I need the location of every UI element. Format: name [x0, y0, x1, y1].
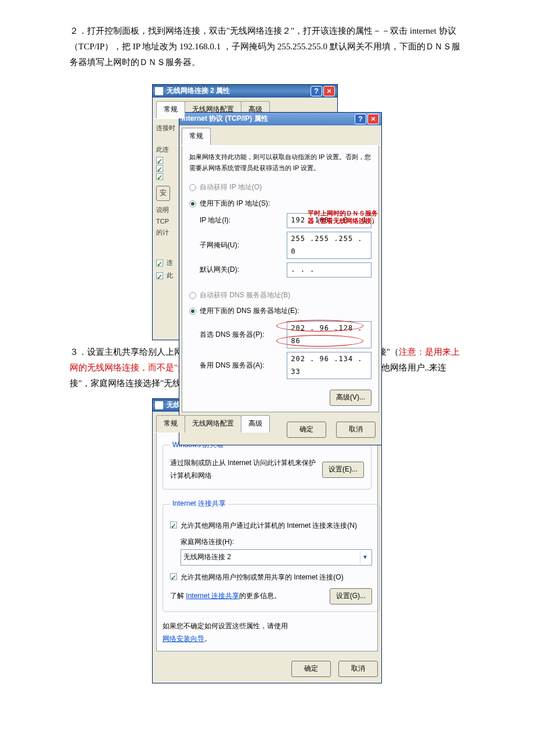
ics-allow-check[interactable]	[170, 521, 177, 528]
ok-button[interactable]: 确定	[287, 422, 326, 438]
tab-advanced[interactable]: 高级	[241, 415, 270, 433]
close-icon[interactable]: ×	[323, 86, 335, 96]
network-wizard-link[interactable]: 网络安装向导	[163, 635, 204, 643]
outer-check[interactable]	[156, 272, 163, 279]
outer-check[interactable]	[156, 173, 163, 180]
dns2-label: 备用 DNS 服务器(A):	[200, 359, 287, 372]
mask-input[interactable]: 255 .255 .255 . 0	[287, 232, 371, 259]
tab-general[interactable]: 常规	[182, 128, 211, 145]
radio-auto-dns-label: 自动获得 DNS 服务器地址(B)	[200, 289, 290, 302]
outer-check[interactable]	[156, 157, 163, 164]
ics-settings-button[interactable]: 设置(G)...	[330, 588, 372, 604]
ok-button[interactable]: 确定	[291, 661, 331, 677]
ics-home-dropdown[interactable]: 无线网络连接 2 ▾	[181, 549, 372, 566]
outer-check-label: 此	[167, 270, 173, 282]
gateway-input[interactable]: . . .	[287, 262, 371, 278]
ip-label: IP 地址(I):	[200, 214, 287, 227]
outer-check[interactable]	[156, 260, 163, 267]
cancel-button[interactable]: 取消	[338, 661, 378, 677]
radio-auto-dns	[189, 292, 196, 299]
chevron-down-icon: ▾	[360, 551, 369, 564]
dns2-input[interactable]: 202 . 96 .134 . 33	[287, 352, 371, 379]
firewall-settings-button[interactable]: 设置(E)...	[322, 462, 364, 478]
ics-legend: Internet 连接共享	[170, 498, 228, 510]
help-icon[interactable]: ?	[311, 86, 322, 96]
outer-title: 无线网络连接 2 属性	[167, 85, 230, 98]
radio-auto-ip-label: 自动获得 IP 地址(O)	[200, 181, 262, 194]
window-icon	[155, 87, 163, 95]
inner-title: Internet 协议 (TCP/IP) 属性	[182, 113, 268, 125]
outer-install-button[interactable]: 安	[156, 186, 170, 201]
tab-wireless-config[interactable]: 无线网络配置	[185, 415, 241, 433]
wizard-hint: 如果您不确定如何设置这些属性，请使用 网络安装向导。	[163, 620, 371, 645]
tab-general[interactable]: 常规	[156, 101, 185, 118]
ics-control-check[interactable]	[170, 573, 177, 580]
radio-use-ip[interactable]	[189, 200, 196, 207]
radio-auto-ip[interactable]	[189, 184, 196, 191]
ics-link[interactable]: Internet 连接共享	[186, 592, 239, 600]
firewall-text: 通过限制或防止从 Internet 访问此计算机来保护计算机和网络	[170, 457, 316, 482]
ics-home-value: 无线网络连接 2	[183, 551, 360, 564]
ics-control-label: 允许其他网络用户控制或禁用共享的 Internet 连接(O)	[181, 571, 372, 584]
close-icon[interactable]: ×	[367, 114, 379, 124]
dns-annotation: 平时上网时的ＤＮＳ服务 器（查看无线网络连接）	[308, 210, 378, 225]
advanced-button[interactable]: 高级(V)...	[330, 390, 371, 406]
tab-general[interactable]: 常规	[156, 415, 185, 433]
outer-check[interactable]	[156, 165, 163, 172]
firewall-group: Windows 防火墙 通过限制或防止从 Internet 访问此计算机来保护计…	[163, 439, 371, 490]
screenshot-tcpip-properties: 无线网络连接 2 属性 ? × 常规 无线网络配置 高级 连接时 此连 安 说明…	[152, 77, 382, 333]
ics-home-label: 家庭网络连接(H):	[181, 536, 372, 549]
radio-use-dns-label: 使用下面的 DNS 服务器地址(E):	[200, 305, 299, 318]
outer-check-label: 连	[167, 257, 173, 269]
dns1-input[interactable]: 202 . 96 .128 . 86	[287, 321, 371, 348]
ics-info-text: 了解 Internet 连接共享的更多信息。	[170, 590, 324, 603]
dns1-label: 首选 DNS 服务器(P):	[200, 329, 287, 341]
ics-group: Internet 连接共享 允许其他网络用户通过此计算机的 Internet 连…	[163, 498, 380, 612]
outer-titlebar: 无线网络连接 2 属性 ? ×	[153, 85, 337, 98]
radio-use-ip-label: 使用下面的 IP 地址(S):	[200, 197, 270, 210]
cancel-button[interactable]: 取消	[336, 422, 376, 438]
paragraph-2: ２．打开控制面板，找到网络连接，双击"无线网络连接２"，打开该连接的属性－－双击…	[70, 23, 464, 70]
help-icon[interactable]: ?	[355, 114, 366, 124]
inner-titlebar: Internet 协议 (TCP/IP) 属性 ? ×	[179, 113, 381, 125]
tcpip-properties-window: Internet 协议 (TCP/IP) 属性 ? × 常规 如果网络支持此功能…	[179, 112, 382, 445]
mask-label: 子网掩码(U):	[200, 239, 287, 252]
tcpip-hint: 如果网络支持此功能，则可以获取自动指派的 IP 设置。否则，您需要从网络系统管理…	[189, 152, 371, 175]
window-icon	[155, 401, 163, 409]
gateway-label: 默认网关(D):	[200, 264, 287, 276]
ics-allow-label: 允许其他网络用户通过此计算机的 Internet 连接来连接(N)	[181, 520, 372, 532]
radio-use-dns[interactable]	[189, 308, 196, 315]
